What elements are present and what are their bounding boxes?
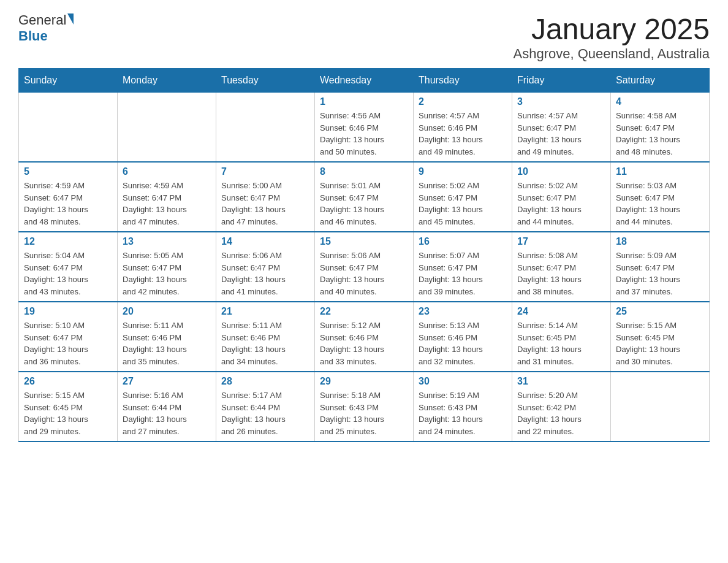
calendar-cell: 4Sunrise: 4:58 AMSunset: 6:47 PMDaylight…: [611, 93, 710, 163]
day-number: 27: [123, 376, 211, 387]
day-number: 21: [221, 306, 309, 317]
day-info: Sunrise: 5:03 AMSunset: 6:47 PMDaylight:…: [616, 180, 704, 228]
day-info: Sunrise: 5:10 AMSunset: 6:47 PMDaylight:…: [24, 320, 112, 367]
calendar-cell: 20Sunrise: 5:11 AMSunset: 6:46 PMDayligh…: [118, 302, 216, 372]
day-number: 18: [616, 236, 704, 247]
day-info: Sunrise: 4:57 AMSunset: 6:46 PMDaylight:…: [419, 110, 507, 158]
day-info: Sunrise: 5:05 AMSunset: 6:47 PMDaylight:…: [123, 250, 211, 297]
day-number: 13: [123, 236, 211, 247]
day-number: 16: [419, 236, 507, 247]
day-number: 22: [320, 306, 408, 317]
day-number: 11: [616, 166, 704, 177]
calendar-cell: 8Sunrise: 5:01 AMSunset: 6:47 PMDaylight…: [315, 162, 414, 232]
calendar-week-row: 12Sunrise: 5:04 AMSunset: 6:47 PMDayligh…: [19, 232, 710, 302]
day-number: 28: [221, 376, 309, 387]
day-info: Sunrise: 4:59 AMSunset: 6:47 PMDaylight:…: [123, 180, 211, 228]
calendar-cell: 19Sunrise: 5:10 AMSunset: 6:47 PMDayligh…: [19, 302, 118, 372]
day-header-saturday: Saturday: [611, 69, 710, 93]
day-info: Sunrise: 5:15 AMSunset: 6:45 PMDaylight:…: [24, 389, 112, 437]
calendar-cell: 2Sunrise: 4:57 AMSunset: 6:46 PMDaylight…: [414, 93, 512, 163]
calendar-cell: 6Sunrise: 4:59 AMSunset: 6:47 PMDaylight…: [118, 162, 216, 232]
logo-general: General: [18, 12, 66, 28]
calendar-cell: 18Sunrise: 5:09 AMSunset: 6:47 PMDayligh…: [611, 232, 710, 302]
day-number: 6: [123, 166, 211, 177]
day-info: Sunrise: 5:20 AMSunset: 6:42 PMDaylight:…: [517, 389, 605, 437]
day-info: Sunrise: 5:06 AMSunset: 6:47 PMDaylight:…: [320, 250, 408, 297]
title-block: January 2025 Ashgrove, Queensland, Austr…: [514, 12, 710, 62]
calendar-cell: 9Sunrise: 5:02 AMSunset: 6:47 PMDaylight…: [414, 162, 512, 232]
calendar-title: January 2025: [514, 12, 710, 46]
day-info: Sunrise: 5:11 AMSunset: 6:46 PMDaylight:…: [123, 320, 211, 367]
day-number: 4: [616, 96, 704, 107]
calendar-week-row: 5Sunrise: 4:59 AMSunset: 6:47 PMDaylight…: [19, 162, 710, 232]
logo: General Blue: [18, 12, 74, 44]
calendar-cell: 16Sunrise: 5:07 AMSunset: 6:47 PMDayligh…: [414, 232, 512, 302]
calendar-cell: 21Sunrise: 5:11 AMSunset: 6:46 PMDayligh…: [216, 302, 315, 372]
day-number: 25: [616, 306, 704, 317]
day-number: 9: [419, 166, 507, 177]
day-info: Sunrise: 5:06 AMSunset: 6:47 PMDaylight:…: [221, 250, 309, 297]
day-info: Sunrise: 4:58 AMSunset: 6:47 PMDaylight:…: [616, 110, 704, 158]
calendar-cell: 17Sunrise: 5:08 AMSunset: 6:47 PMDayligh…: [512, 232, 611, 302]
calendar-cell: 13Sunrise: 5:05 AMSunset: 6:47 PMDayligh…: [118, 232, 216, 302]
calendar-cell: [19, 93, 118, 163]
day-info: Sunrise: 5:02 AMSunset: 6:47 PMDaylight:…: [517, 180, 605, 228]
logo-triangle-icon: [67, 13, 74, 25]
day-number: 23: [419, 306, 507, 317]
day-number: 15: [320, 236, 408, 247]
day-number: 2: [419, 96, 507, 107]
day-number: 20: [123, 306, 211, 317]
day-info: Sunrise: 5:12 AMSunset: 6:46 PMDaylight:…: [320, 320, 408, 367]
calendar-cell: 14Sunrise: 5:06 AMSunset: 6:47 PMDayligh…: [216, 232, 315, 302]
day-number: 10: [517, 166, 605, 177]
logo-blue: Blue: [18, 28, 48, 44]
day-number: 26: [24, 376, 112, 387]
day-info: Sunrise: 5:01 AMSunset: 6:47 PMDaylight:…: [320, 180, 408, 228]
calendar-week-row: 1Sunrise: 4:56 AMSunset: 6:46 PMDaylight…: [19, 93, 710, 163]
day-number: 7: [221, 166, 309, 177]
day-header-wednesday: Wednesday: [315, 69, 414, 93]
day-info: Sunrise: 5:15 AMSunset: 6:45 PMDaylight:…: [616, 320, 704, 367]
day-number: 8: [320, 166, 408, 177]
day-number: 29: [320, 376, 408, 387]
day-info: Sunrise: 5:14 AMSunset: 6:45 PMDaylight:…: [517, 320, 605, 367]
calendar-cell: 22Sunrise: 5:12 AMSunset: 6:46 PMDayligh…: [315, 302, 414, 372]
calendar-cell: 27Sunrise: 5:16 AMSunset: 6:44 PMDayligh…: [118, 372, 216, 442]
calendar-cell: [216, 93, 315, 163]
day-number: 17: [517, 236, 605, 247]
calendar-cell: 3Sunrise: 4:57 AMSunset: 6:47 PMDaylight…: [512, 93, 611, 163]
day-number: 19: [24, 306, 112, 317]
day-number: 31: [517, 376, 605, 387]
calendar-header-row: SundayMondayTuesdayWednesdayThursdayFrid…: [19, 69, 710, 93]
day-header-friday: Friday: [512, 69, 611, 93]
calendar-cell: 30Sunrise: 5:19 AMSunset: 6:43 PMDayligh…: [414, 372, 512, 442]
day-info: Sunrise: 4:56 AMSunset: 6:46 PMDaylight:…: [320, 110, 408, 158]
page-header: General Blue January 2025 Ashgrove, Quee…: [18, 12, 710, 62]
calendar-week-row: 19Sunrise: 5:10 AMSunset: 6:47 PMDayligh…: [19, 302, 710, 372]
day-info: Sunrise: 5:18 AMSunset: 6:43 PMDaylight:…: [320, 389, 408, 437]
day-info: Sunrise: 5:07 AMSunset: 6:47 PMDaylight:…: [419, 250, 507, 297]
day-header-monday: Monday: [118, 69, 216, 93]
day-info: Sunrise: 5:04 AMSunset: 6:47 PMDaylight:…: [24, 250, 112, 297]
day-info: Sunrise: 5:17 AMSunset: 6:44 PMDaylight:…: [221, 389, 309, 437]
day-number: 30: [419, 376, 507, 387]
calendar-cell: 5Sunrise: 4:59 AMSunset: 6:47 PMDaylight…: [19, 162, 118, 232]
calendar-cell: 26Sunrise: 5:15 AMSunset: 6:45 PMDayligh…: [19, 372, 118, 442]
calendar-cell: 25Sunrise: 5:15 AMSunset: 6:45 PMDayligh…: [611, 302, 710, 372]
day-info: Sunrise: 5:11 AMSunset: 6:46 PMDaylight:…: [221, 320, 309, 367]
day-info: Sunrise: 5:09 AMSunset: 6:47 PMDaylight:…: [616, 250, 704, 297]
calendar-subtitle: Ashgrove, Queensland, Australia: [514, 46, 710, 62]
calendar-cell: 12Sunrise: 5:04 AMSunset: 6:47 PMDayligh…: [19, 232, 118, 302]
day-info: Sunrise: 5:08 AMSunset: 6:47 PMDaylight:…: [517, 250, 605, 297]
calendar-cell: [611, 372, 710, 442]
day-info: Sunrise: 5:19 AMSunset: 6:43 PMDaylight:…: [419, 389, 507, 437]
day-number: 5: [24, 166, 112, 177]
calendar-table: SundayMondayTuesdayWednesdayThursdayFrid…: [18, 68, 710, 442]
calendar-cell: 11Sunrise: 5:03 AMSunset: 6:47 PMDayligh…: [611, 162, 710, 232]
calendar-cell: 28Sunrise: 5:17 AMSunset: 6:44 PMDayligh…: [216, 372, 315, 442]
day-header-sunday: Sunday: [19, 69, 118, 93]
calendar-cell: 23Sunrise: 5:13 AMSunset: 6:46 PMDayligh…: [414, 302, 512, 372]
calendar-cell: 29Sunrise: 5:18 AMSunset: 6:43 PMDayligh…: [315, 372, 414, 442]
day-header-tuesday: Tuesday: [216, 69, 315, 93]
calendar-cell: [118, 93, 216, 163]
